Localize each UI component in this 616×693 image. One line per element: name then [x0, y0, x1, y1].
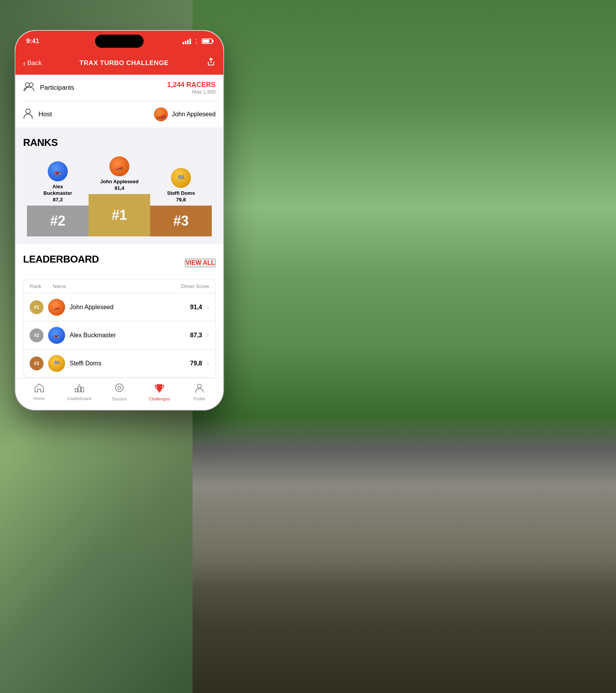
wifi-icon: ⋮ [193, 38, 199, 45]
participants-label: Participants [40, 84, 74, 92]
leaderboard-section: LEADERBOARD VIEW ALL Rank Name Driver Sc… [15, 244, 223, 378]
leaderboard-header: LEADERBOARD VIEW ALL [23, 253, 216, 273]
home-icon [34, 383, 44, 395]
podium-block-3: #3 [150, 206, 212, 236]
lb-chevron-2: › [207, 331, 209, 339]
svg-point-1 [29, 83, 33, 87]
challenges-icon [154, 383, 164, 395]
svg-point-7 [118, 386, 121, 389]
podium: 🏍️ AlexBuckmaster 87,3 #2 🏎️ [23, 156, 216, 236]
participants-left: Participants [23, 82, 74, 94]
racers-main: 1,244 RACERS [167, 81, 216, 89]
racer-3-score: 79,8 [176, 197, 186, 203]
tab-home-label: Home [33, 396, 45, 401]
view-all-button[interactable]: VIEW ALL [185, 259, 216, 267]
lb-score-1: 91,4 [190, 304, 202, 311]
racers-max: Max 1,500 [167, 89, 216, 95]
podium-place-2: 🏍️ AlexBuckmaster 87,3 #2 [27, 161, 89, 236]
svg-point-8 [198, 384, 201, 388]
tab-challenges-label: Challenges [149, 397, 170, 401]
racer-2-info: 🏍️ AlexBuckmaster 87,3 [44, 161, 72, 203]
rank-badge-3: #3 [30, 357, 44, 370]
participants-right: 1,244 RACERS Max 1,500 [167, 81, 216, 95]
status-time: 9:41 [26, 37, 39, 45]
share-button[interactable] [206, 57, 216, 69]
rank-badge-1: #1 [30, 300, 44, 314]
background-track [192, 0, 616, 693]
status-bar: 9:41 ⋮ [15, 31, 223, 52]
host-left: Host [23, 108, 52, 121]
leaderboard-row-3[interactable]: #3 🏁 Steffi Doms 79,8 › [23, 350, 215, 377]
podium-rank-2: #2 [50, 213, 65, 229]
leaderboard-row-1[interactable]: #1 🏎️ John Appleseed 91,4 › [23, 293, 215, 321]
tab-session-label: Session [112, 397, 127, 401]
lb-chevron-1: › [207, 303, 209, 311]
tab-profile[interactable]: Profile [179, 383, 219, 401]
racer-1-info: 🏎️ John Appleseed 91,4 [100, 156, 139, 191]
svg-point-6 [116, 384, 123, 392]
tab-session[interactable]: Session [99, 383, 139, 401]
racer-3-info: 🏁 Steffi Doms 79,8 [167, 168, 195, 203]
svg-point-0 [25, 83, 29, 87]
lb-avatar-3: 🏁 [48, 355, 65, 372]
host-icon [23, 108, 33, 121]
tab-challenges[interactable]: Challenges [139, 383, 179, 401]
col-score-header: Driver Score [171, 283, 209, 289]
back-button[interactable]: ‹ Back [23, 59, 42, 67]
podium-place-3: 🏁 Steffi Doms 79,8 #3 [150, 168, 212, 236]
lb-avatar-2: 🏍️ [48, 327, 65, 344]
back-label: Back [27, 59, 42, 67]
lb-score-3: 79,8 [190, 360, 202, 367]
info-section: Participants 1,244 RACERS Max 1,500 [15, 75, 223, 127]
host-right: 🏎️ John Appleseed [154, 107, 216, 121]
phone-notch [95, 35, 144, 48]
host-card: Host 🏎️ John Appleseed [23, 101, 216, 127]
lb-name-3: Steffi Doms [70, 360, 190, 367]
col-name-header: Name [53, 283, 171, 289]
racers-count: 1,244 RACERS Max 1,500 [167, 81, 216, 95]
leaderboard-icon [74, 383, 84, 395]
podium-block-1: #1 [89, 194, 150, 236]
ranks-section: RANKS 🏍️ AlexBuckmaster 87,3 #2 [15, 127, 223, 244]
status-icons: ⋮ [182, 38, 213, 45]
leaderboard-header-row: Rank Name Driver Score [23, 280, 215, 293]
tab-profile-label: Profile [193, 397, 205, 401]
host-avatar: 🏎️ [154, 107, 168, 121]
racer-2-score: 87,3 [53, 197, 62, 203]
session-icon [114, 383, 124, 395]
lb-name-1: John Appleseed [70, 304, 190, 311]
racer-3-avatar: 🏁 [171, 168, 191, 188]
nav-bar: ‹ Back TRAX TURBO CHALLENGE [15, 52, 223, 75]
podium-rank-3: #3 [173, 213, 189, 229]
leaderboard-row-2[interactable]: #2 🏍️ Alex Buckmaster 87,3 › [23, 321, 215, 350]
svg-rect-5 [81, 387, 84, 392]
back-chevron-icon: ‹ [23, 59, 26, 67]
rank-badge-2: #2 [30, 328, 44, 342]
tab-leaderboard[interactable]: Leaderboard [59, 383, 99, 401]
podium-rank-1: #1 [112, 207, 127, 223]
racer-2-name: AlexBuckmaster [44, 184, 72, 197]
podium-place-1: 🏎️ John Appleseed 91,4 #1 [89, 156, 150, 236]
nav-title: TRAX TURBO CHALLENGE [45, 59, 203, 67]
racer-1-name: John Appleseed [100, 179, 139, 185]
leaderboard-title: LEADERBOARD [23, 253, 99, 265]
tab-home[interactable]: Home [19, 383, 59, 401]
racer-1-avatar: 🏎️ [109, 156, 129, 176]
phone-screen: 9:41 ⋮ ‹ Back TRAX TURBO CHA [15, 31, 223, 410]
racer-1-score: 91,4 [114, 185, 124, 191]
participants-icon [23, 82, 35, 94]
leaderboard-table: Rank Name Driver Score #1 🏎️ John Apples… [23, 279, 216, 378]
racer-3-name: Steffi Doms [167, 190, 195, 197]
host-label: Host [38, 110, 52, 118]
host-name: John Appleseed [172, 111, 216, 118]
ranks-title: RANKS [23, 137, 216, 149]
profile-icon [194, 383, 204, 395]
podium-block-2: #2 [27, 206, 89, 236]
racers-unit: RACERS [186, 81, 216, 89]
col-rank-header: Rank [30, 283, 53, 289]
svg-rect-4 [78, 386, 80, 392]
signal-icon [182, 38, 191, 44]
phone-device: 9:41 ⋮ ‹ Back TRAX TURBO CHA [15, 31, 223, 410]
participants-card: Participants 1,244 RACERS Max 1,500 [23, 75, 216, 101]
svg-rect-3 [75, 388, 77, 392]
